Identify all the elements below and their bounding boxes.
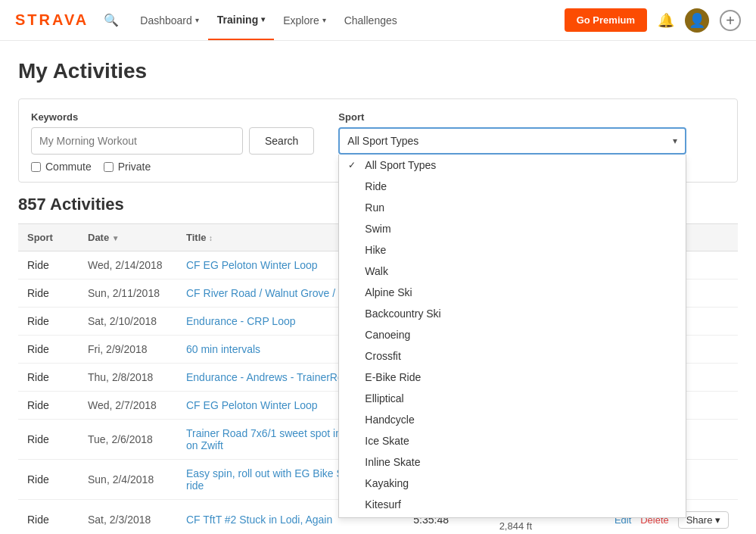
sport-selected-value: All Sport Types (347, 135, 418, 147)
chevron-down-icon: ▾ (322, 16, 326, 24)
sport-option[interactable]: Backcountry Ski (339, 303, 686, 324)
chevron-down-icon: ▾ (673, 136, 677, 146)
top-nav: STRAVA 🔍 Dashboard ▾ Training ▾ Explore … (0, 0, 756, 41)
keywords-filter-group: Keywords Search Commute Private (31, 111, 314, 173)
row-sport: Ride (18, 308, 79, 336)
nav-item-explore[interactable]: Explore ▾ (274, 0, 334, 40)
row-date: Wed, 2/7/2018 (79, 392, 177, 420)
activity-title-link[interactable]: CF TftT #2 Stuck in Lodi, Again (186, 514, 332, 526)
sport-option[interactable]: Ride (339, 176, 686, 197)
row-sport: Ride (18, 336, 79, 364)
activity-title-link[interactable]: CF EG Peloton Winter Loop (186, 259, 318, 271)
add-activity-button[interactable]: + (720, 10, 741, 31)
activity-title-link[interactable]: CF River Road / Walnut Grove / CRP (186, 287, 361, 299)
row-date: Fri, 2/9/2018 (79, 336, 177, 364)
sport-option[interactable]: Handcycle (339, 409, 686, 430)
nav-items: Dashboard ▾ Training ▾ Explore ▾ Challen… (131, 0, 406, 40)
row-sport: Ride (18, 251, 79, 279)
activity-title-link[interactable]: Easy spin, roll out with EG Bike Shop ri… (186, 467, 361, 492)
avatar[interactable]: 👤 (685, 8, 709, 33)
nav-right: Go Premium 🔔 👤 + (565, 8, 741, 33)
keyword-input[interactable] (31, 127, 243, 155)
sort-icon: ▼ (112, 234, 120, 242)
activity-title-link[interactable]: CF EG Peloton Winter Loop (186, 399, 318, 411)
row-date: Wed, 2/14/2018 (79, 251, 177, 279)
sport-option[interactable]: Elliptical (339, 388, 686, 409)
row-date: Sun, 2/4/2018 (79, 460, 177, 500)
row-sport: Ride (18, 364, 79, 392)
row-date: Sun, 2/11/2018 (79, 279, 177, 308)
private-checkbox-label[interactable]: Private (104, 161, 151, 173)
commute-checkbox-label[interactable]: Commute (31, 161, 92, 173)
row-sport: Ride (18, 392, 79, 420)
sort-icon: ↕ (209, 234, 213, 242)
sport-select-wrapper: All Sport Types ▾ ✓All Sport TypesRideRu… (338, 127, 686, 155)
row-sport: Ride (18, 500, 79, 535)
sport-dropdown-list[interactable]: ✓All Sport TypesRideRunSwimHikeWalkAlpin… (338, 155, 686, 518)
row-date: Sat, 2/10/2018 (79, 308, 177, 336)
sport-option[interactable]: Ice Skate (339, 430, 686, 451)
private-checkbox[interactable] (104, 162, 114, 172)
row-sport: Ride (18, 420, 79, 460)
sport-filter-group: Sport All Sport Types ▾ ✓All Sport Types… (338, 111, 686, 155)
nav-item-training[interactable]: Training ▾ (208, 0, 274, 40)
row-sport: Ride (18, 460, 79, 500)
sport-option[interactable]: Run (339, 197, 686, 218)
sport-option[interactable]: Hike (339, 239, 686, 261)
sport-option[interactable]: Kitesurf (339, 494, 686, 515)
strava-logo[interactable]: STRAVA (15, 11, 89, 29)
sport-option[interactable]: Swim (339, 218, 686, 239)
nav-item-dashboard[interactable]: Dashboard ▾ (131, 0, 208, 40)
search-button[interactable]: Search (249, 127, 314, 155)
go-premium-button[interactable]: Go Premium (565, 8, 647, 32)
activity-title-link[interactable]: Endurance - Andrews - TrainerRoad (186, 371, 355, 383)
row-date: Thu, 2/8/2018 (79, 364, 177, 392)
sport-option[interactable]: Alpine Ski (339, 282, 686, 303)
row-sport: Ride (18, 279, 79, 308)
sport-option[interactable]: Crossfit (339, 345, 686, 367)
sport-option[interactable]: E-Bike Ride (339, 367, 686, 388)
chevron-down-icon: ▾ (261, 15, 265, 23)
sport-option[interactable]: ✓All Sport Types (339, 155, 686, 176)
sport-option[interactable]: Kayaking (339, 473, 686, 494)
activity-title-link[interactable]: 60 min intervals (186, 343, 260, 355)
commute-checkbox[interactable] (31, 162, 41, 172)
sport-option[interactable]: Walk (339, 261, 686, 282)
col-header-date[interactable]: Date ▼ (79, 224, 177, 251)
sport-option[interactable]: Nordic Ski (339, 515, 686, 518)
filter-bar: Keywords Search Commute Private Sport (18, 98, 738, 183)
col-header-sport: Sport (18, 224, 79, 251)
page-title: My Activities (18, 59, 738, 83)
notifications-bell-icon[interactable]: 🔔 (658, 12, 674, 29)
sport-dropdown-trigger[interactable]: All Sport Types ▾ (338, 127, 686, 155)
activity-title-link[interactable]: Endurance - CRP Loop (186, 315, 296, 327)
row-date: Sat, 2/3/2018 (79, 500, 177, 535)
sport-option[interactable]: Canoeing (339, 324, 686, 345)
row-date: Tue, 2/6/2018 (79, 420, 177, 460)
keywords-label: Keywords (31, 111, 314, 123)
sport-label: Sport (338, 111, 686, 123)
sport-option[interactable]: Inline Skate (339, 451, 686, 473)
page-content: My Activities Keywords Search Commute Pr… (0, 41, 756, 534)
chevron-down-icon: ▾ (195, 16, 199, 24)
nav-item-challenges[interactable]: Challenges (335, 0, 406, 40)
search-icon[interactable]: 🔍 (104, 13, 119, 27)
